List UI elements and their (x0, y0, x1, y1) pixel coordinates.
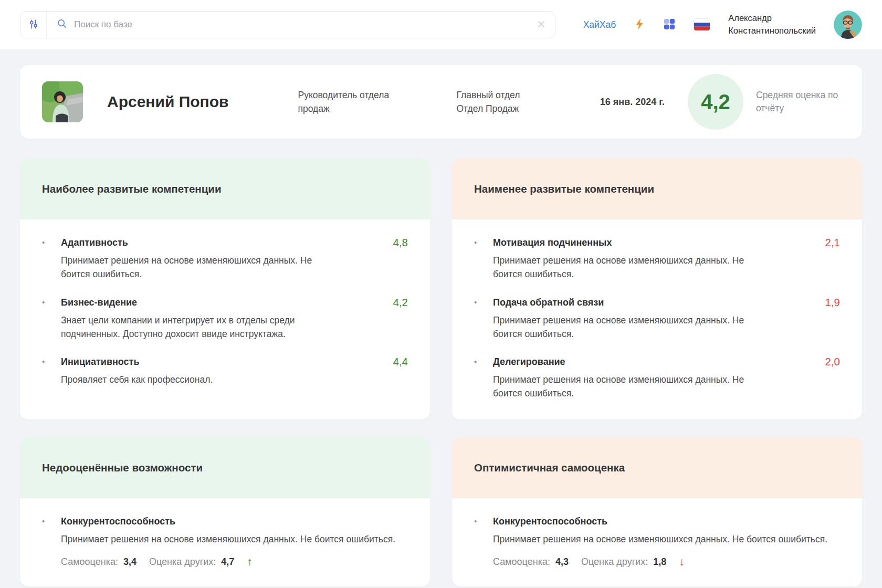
card-optimistic-self-assessment: Оптимистичная самооценка • Конкурентоспо… (452, 437, 862, 586)
search-bar (20, 11, 555, 38)
employee-name: Арсений Попов (107, 93, 228, 111)
competency-row: • Делегирование 2,0 Принимает решения на… (474, 355, 840, 401)
competency-row: • Адаптивность 4,8 Принимает решения на … (42, 236, 408, 281)
self-score-label: Самооценка: (493, 556, 550, 568)
score-comparison-row: Самооценка: 4,3 Оценка других: 1,8 (493, 556, 840, 568)
russian-flag-icon (694, 19, 710, 30)
language-button[interactable] (694, 18, 710, 31)
competency-description: Принимает решения на основе изменяюшихся… (61, 532, 397, 546)
competency-row: • Инициативность 4,4 Проявляет себя как … (42, 355, 408, 386)
competency-description: Принимает решения на основе изменяюшихся… (61, 254, 342, 281)
trend-down-icon (679, 556, 685, 567)
competency-row: • Конкурентоспособность Принимает решени… (42, 515, 408, 568)
current-user-name[interactable]: Александр Константинопольский (728, 12, 816, 37)
competency-description: Принимает решения на основе изменяюшихся… (493, 373, 774, 401)
competency-description: Принимает решения на основе изменяюшихся… (493, 313, 774, 341)
self-score-value: 3,4 (123, 556, 136, 568)
competency-score: 4,4 (371, 355, 408, 368)
employee-department: Главный отдел Отдел Продаж (456, 88, 540, 116)
trend-up-icon (247, 556, 253, 567)
card-title: Оптимистичная самооценка (452, 437, 862, 498)
card-least-developed: Наименее развитые компетенции • Мотиваци… (452, 159, 862, 419)
bullet-icon: • (42, 355, 61, 368)
competency-description: Принимает решения на основе изменяюшихся… (493, 254, 774, 281)
competency-score: 1,9 (803, 296, 840, 309)
filter-sliders-icon (28, 18, 39, 32)
self-score-value: 4,3 (555, 556, 569, 568)
competency-score: 2,1 (803, 236, 840, 249)
average-score-label: Средняя оценка по отчёту (756, 89, 840, 116)
competency-row: • Бизнес-видение 4,2 Знает цели компании… (42, 296, 408, 341)
score-comparison-row: Самооценка: 3,4 Оценка других: 4,7 (61, 556, 408, 568)
lightning-button[interactable] (634, 18, 645, 32)
card-most-developed: Наиболее развитые компетенции • Адаптивн… (20, 159, 430, 419)
others-score-value: 1,8 (653, 556, 666, 568)
bullet-icon: • (474, 355, 493, 368)
brand-link[interactable]: ХайХаб (583, 19, 616, 30)
bullet-icon: • (474, 515, 493, 528)
competency-score: 4,2 (371, 296, 408, 309)
filter-button[interactable] (20, 12, 47, 38)
competency-name: Бизнес-видение (61, 296, 371, 309)
employee-role: Руководитель отдела продаж (298, 88, 408, 116)
competency-name: Подача обратной связи (493, 296, 803, 309)
competency-name: Конкурентоспособность (61, 515, 371, 528)
competency-description: Проявляет себя как профессионал. (61, 373, 342, 386)
apps-grid-icon (663, 18, 676, 32)
topbar: ХайХаб (0, 0, 882, 49)
bullet-icon: • (42, 236, 61, 249)
card-title: Наименее развитые компетенции (452, 159, 862, 219)
bullet-icon: • (42, 296, 61, 309)
competency-score: 4,8 (371, 236, 408, 249)
clear-search-button[interactable] (537, 20, 545, 30)
competency-name: Мотивация подчиненных (493, 236, 803, 249)
report-page: Арсений Попов Руководитель отдела продаж… (0, 65, 882, 586)
self-score-label: Самооценка: (61, 556, 118, 568)
report-date: 16 янв. 2024 г. (600, 97, 665, 108)
competency-name: Адаптивность (61, 236, 371, 249)
competency-name: Делегирование (493, 355, 803, 368)
card-underrated-opportunities: Недооценённые возможности • Конкурентосп… (20, 437, 430, 586)
average-score-badge: 4,2 (688, 74, 743, 130)
competency-name: Инициативность (61, 355, 371, 368)
competency-description: Принимает решения на основе изменяюшихся… (493, 532, 829, 546)
competency-row: • Мотивация подчиненных 2,1 Принимает ре… (474, 236, 840, 281)
apps-grid-button[interactable] (663, 18, 676, 32)
competency-name: Конкурентоспособность (493, 515, 803, 528)
competency-score: 2,0 (803, 355, 840, 368)
search-icon (56, 18, 68, 32)
search-input[interactable] (74, 19, 531, 30)
employee-photo (42, 81, 83, 122)
competency-row: • Подача обратной связи 1,9 Принимает ре… (474, 296, 840, 341)
close-icon (537, 20, 545, 30)
others-score-label: Оценка других: (581, 556, 648, 568)
others-score-value: 4,7 (221, 556, 234, 568)
card-title: Наиболее развитые компетенции (20, 159, 430, 219)
competency-row: • Конкурентоспособность Принимает решени… (474, 515, 840, 568)
bullet-icon: • (474, 296, 493, 309)
bullet-icon: • (474, 236, 493, 249)
user-avatar[interactable] (834, 10, 862, 39)
lightning-icon (634, 18, 645, 32)
bullet-icon: • (42, 515, 61, 528)
employee-summary-card: Арсений Попов Руководитель отдела продаж… (20, 65, 862, 139)
competency-description: Знает цели компании и интегрирует их в о… (61, 313, 342, 341)
card-title: Недооценённые возможности (20, 437, 430, 498)
others-score-label: Оценка других: (149, 556, 216, 568)
